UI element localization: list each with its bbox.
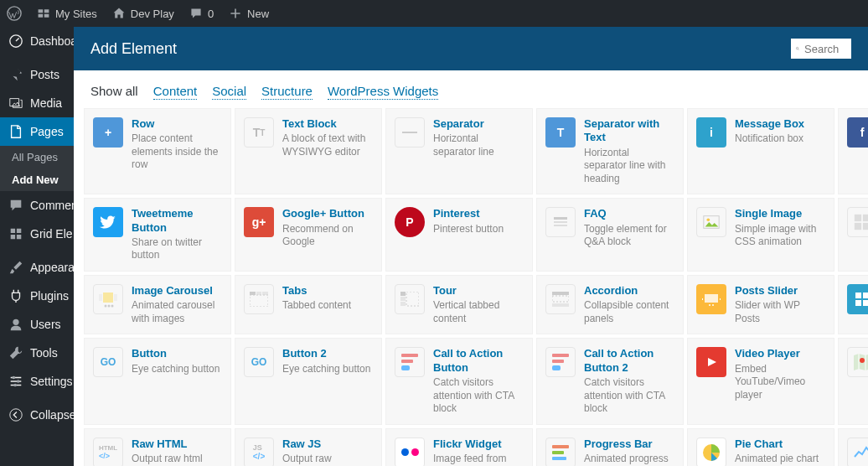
element-map[interactable] [838,338,868,424]
element-faq[interactable]: FAQToggle element for Q&A block [536,198,684,272]
comments[interactable]: 0 [189,7,214,20]
element-accordion[interactable]: AccordionCollapsible content panels [536,275,684,334]
element-video[interactable]: Video PlayerEmbed YouTube/Vimeo player [687,338,834,424]
el-desc: Collapsible content panels [584,299,674,325]
menu-label: Settings [30,375,73,388]
menu-grid[interactable]: Grid Ele [0,220,74,248]
el-desc: Slider with WP Posts [735,299,825,325]
submenu-add-new[interactable]: Add New [0,168,74,191]
pages-submenu: All Pages Add New [0,146,74,191]
el-title: Tabs [282,284,351,298]
svg-point-5 [13,384,17,387]
elements-grid: +RowPlace content elements inside the ro… [84,108,868,466]
site-name[interactable]: Dev Play [112,7,174,20]
el-title: Message Box [735,117,804,131]
menu-dashboard[interactable]: Dashboa [0,27,74,55]
svg-rect-31 [552,292,569,295]
element-single-image[interactable]: Single ImageSimple image with CSS animat… [687,198,834,272]
el-title: Image Carousel [132,284,222,298]
menu-tools[interactable]: Tools [0,339,74,367]
menu-media[interactable]: Media [0,89,74,117]
submenu-all-pages[interactable]: All Pages [0,146,74,168]
element-carousel[interactable]: Image CarouselAnimated carousel with ima… [84,275,231,334]
el-title: Separator with Text [584,117,674,145]
menu-posts[interactable]: Posts [0,60,74,89]
element-cta-2[interactable]: Call to Action Button 2Catch visitors at… [536,338,684,424]
wordpress-icon [7,6,22,21]
menu-label: Grid Ele [30,227,73,241]
el-desc: Catch visitors attention with CTA block [584,376,674,416]
tab-showall[interactable]: Show all [90,84,138,100]
element-line-chart[interactable] [838,428,868,466]
element-pinterest[interactable]: PPinterestPinterest button [385,198,533,272]
comment-icon [8,198,23,213]
element-separator-text[interactable]: TSeparator with TextHorizontal separator… [536,108,684,194]
element-message-box[interactable]: iMessage BoxNotification box [687,108,834,194]
el-desc: Recommend on Google [282,223,373,249]
element-tabs[interactable]: TabsTabbed content [235,275,382,334]
menu-users[interactable]: Users [0,310,74,339]
tab-wp-widgets[interactable]: WordPress Widgets [328,84,438,100]
element-flickr[interactable]: Flickr WidgetImage feed from your flickr… [385,428,533,466]
admin-sidemenu: Dashboa Posts Media Pages All Pages Add … [0,27,74,466]
element-pie-chart[interactable]: Pie ChartAnimated pie chart [687,428,834,466]
element-posts-slider[interactable]: Posts SliderSlider with WP Posts [687,275,834,334]
svg-point-12 [707,219,710,222]
element-button-2[interactable]: GOButton 2Eye catching button [235,338,382,424]
tab-structure[interactable]: Structure [261,84,313,100]
element-progress[interactable]: Progress BarAnimated progress bar [536,428,684,466]
tools-icon [8,345,23,360]
menu-plugins[interactable]: Plugins [0,282,74,310]
el-title: Row [132,117,222,131]
menu-label: Plugins [30,289,69,303]
element-tweetmeme[interactable]: Tweetmeme ButtonShare on twitter button [84,198,231,272]
el-desc: Simple image with CSS animation [735,223,825,249]
el-title: Tour [433,284,524,298]
svg-point-7 [796,47,798,49]
element-raw-html[interactable]: HTML</>Raw HTMLOutput raw html code on y… [84,428,231,466]
svg-rect-34 [705,294,718,303]
menu-pages[interactable]: Pages [0,117,74,146]
el-title: Raw JS [282,438,373,451]
new-content[interactable]: New [229,7,269,20]
el-desc: Output raw javascript code on your page [282,453,373,466]
element-posts-grid[interactable] [838,275,868,334]
tab-social[interactable]: Social [212,84,246,100]
el-desc: Pinterest button [433,223,504,236]
element-button[interactable]: GOButtonEye catching button [84,338,231,424]
element-separator[interactable]: SeparatorHorizontal separator line [385,108,533,194]
element-text-block[interactable]: TTText BlockA block of text with WYSIWYG… [235,108,382,194]
el-title: Progress Bar [584,438,674,451]
wp-logo[interactable] [7,6,22,21]
menu-comments[interactable]: Commen [0,191,74,220]
accordion-icon [545,284,576,314]
my-sites[interactable]: My Sites [37,7,97,20]
search-input[interactable] [804,43,846,55]
element-facebook[interactable]: f [838,108,868,194]
element-googleplus[interactable]: g+Google+ ButtonRecommend on Google [235,198,382,272]
svg-point-2 [13,319,18,325]
element-tour[interactable]: TourVertical tabbed content [385,275,533,334]
grid-icon [8,226,23,241]
menu-collapse[interactable]: Collapse [0,401,74,429]
brush-icon [8,260,23,275]
pinterest-icon: P [395,207,425,237]
tab-content[interactable]: Content [153,84,198,100]
element-raw-js[interactable]: JS</>Raw JSOutput raw javascript code on… [235,428,382,466]
element-row[interactable]: +RowPlace content elements inside the ro… [84,108,231,194]
add-element-modal: Add Element Show all Content Social Stru… [74,27,868,466]
menu-label: Dashboa [30,34,74,48]
menu-appearance[interactable]: Appeara [0,253,74,282]
element-gallery[interactable] [838,198,868,272]
search-wrap[interactable] [791,39,851,59]
text-icon: TT [244,117,274,148]
menu-settings[interactable]: Settings [0,367,74,396]
el-desc: Embed YouTube/Vimeo player [735,363,825,402]
svg-rect-27 [400,292,406,296]
element-cta[interactable]: Call to Action ButtonCatch visitors atte… [385,338,533,424]
cta-icon [395,347,425,377]
googleplus-icon: g+ [244,207,274,237]
elements-scroll: +RowPlace content elements inside the ro… [74,108,868,466]
el-title: Single Image [735,207,825,220]
image-icon [696,207,726,237]
